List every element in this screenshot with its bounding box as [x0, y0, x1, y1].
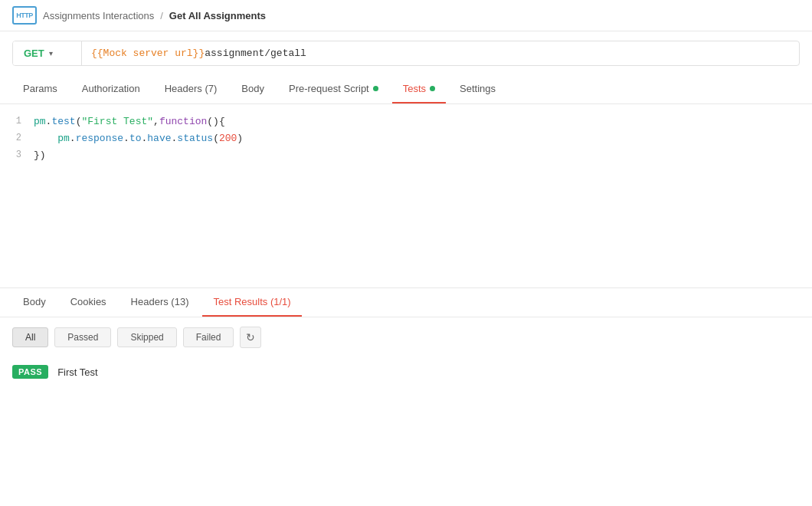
- test-name: First Test: [57, 366, 98, 378]
- tab-settings[interactable]: Settings: [449, 75, 506, 104]
- tab-body[interactable]: Body: [231, 75, 275, 104]
- code-content-1: pm.test("First Test",function(){: [34, 113, 225, 130]
- refresh-button[interactable]: ↻: [240, 327, 261, 348]
- filter-all-button[interactable]: All: [12, 327, 48, 347]
- url-path-part: assignment/getall: [205, 48, 306, 59]
- code-line-2: 2 pm.response.to.have.status(200): [12, 130, 800, 147]
- line-num-3: 3: [12, 147, 34, 163]
- code-content-2: pm.response.to.have.status(200): [34, 130, 243, 147]
- response-tab-headers[interactable]: Headers (13): [120, 288, 200, 317]
- response-tabs: Body Cookies Headers (13) Test Results (…: [0, 288, 812, 317]
- tab-pre-request-script[interactable]: Pre-request Script: [278, 75, 389, 104]
- filter-skipped-button[interactable]: Skipped: [117, 327, 176, 347]
- breadcrumb-separator: /: [160, 10, 163, 21]
- breadcrumb-link[interactable]: Assignments Interactions: [43, 10, 154, 21]
- url-input[interactable]: {{Mock server url}}assignment/getall: [82, 41, 799, 65]
- test-result-row: PASS First Test: [12, 360, 800, 383]
- response-tab-cookies[interactable]: Cookies: [60, 288, 117, 317]
- method-selector[interactable]: GET ▾: [13, 41, 82, 65]
- top-bar: HTTP Assignments Interactions / Get All …: [0, 0, 812, 31]
- response-section: Body Cookies Headers (13) Test Results (…: [0, 288, 812, 396]
- tab-authorization[interactable]: Authorization: [71, 75, 151, 104]
- filter-failed-button[interactable]: Failed: [183, 327, 234, 347]
- code-line-1: 1 pm.test("First Test",function(){: [12, 113, 800, 130]
- chevron-down-icon: ▾: [49, 49, 53, 58]
- response-tab-body[interactable]: Body: [12, 288, 57, 317]
- code-content-3: }): [34, 147, 46, 164]
- tab-params[interactable]: Params: [12, 75, 68, 104]
- breadcrumb: Assignments Interactions / Get All Assig…: [43, 10, 266, 21]
- method-label: GET: [24, 48, 44, 59]
- pass-badge: PASS: [12, 365, 48, 379]
- filter-passed-button[interactable]: Passed: [54, 327, 111, 347]
- test-results-list: PASS First Test: [0, 357, 812, 396]
- code-line-3: 3 }): [12, 147, 800, 164]
- http-icon: HTTP: [12, 6, 37, 25]
- url-bar: GET ▾ {{Mock server url}}assignment/geta…: [12, 41, 800, 66]
- tab-tests[interactable]: Tests: [392, 75, 446, 104]
- refresh-icon: ↻: [246, 331, 255, 343]
- url-mock-part: {{Mock server url}}: [91, 48, 205, 59]
- pre-request-dot: [373, 86, 378, 91]
- request-tabs: Params Authorization Headers (7) Body Pr…: [0, 75, 812, 104]
- code-editor[interactable]: 1 pm.test("First Test",function(){ 2 pm.…: [0, 104, 812, 288]
- response-tab-test-results[interactable]: Test Results (1/1): [202, 288, 301, 317]
- tab-headers[interactable]: Headers (7): [154, 75, 228, 104]
- tests-dot: [430, 86, 435, 91]
- breadcrumb-current: Get All Assignments: [169, 10, 266, 21]
- test-filters: All Passed Skipped Failed ↻: [0, 317, 812, 357]
- line-num-1: 1: [12, 113, 34, 129]
- line-num-2: 2: [12, 130, 34, 146]
